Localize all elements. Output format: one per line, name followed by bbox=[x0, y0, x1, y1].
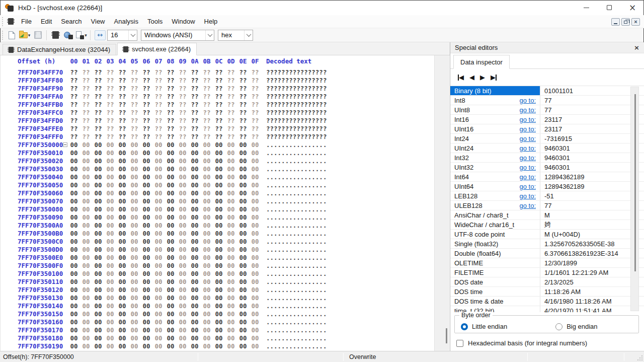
hex-byte[interactable]: 00 bbox=[82, 197, 90, 205]
menu-item-help[interactable]: Help bbox=[200, 16, 222, 27]
menu-item-view[interactable]: View bbox=[87, 16, 110, 27]
hex-byte[interactable]: 00 bbox=[142, 230, 150, 238]
hex-byte[interactable]: 00 bbox=[179, 189, 187, 197]
hex-byte[interactable]: ?? bbox=[70, 77, 78, 85]
hex-byte[interactable]: 00 bbox=[167, 238, 175, 246]
hex-byte[interactable]: ?? bbox=[94, 117, 102, 125]
hex-byte[interactable]: ?? bbox=[239, 68, 247, 77]
hex-byte[interactable]: 00 bbox=[215, 181, 223, 189]
goto-link[interactable]: go to: bbox=[519, 154, 536, 162]
hex-byte[interactable]: 00 bbox=[227, 302, 235, 310]
hex-byte[interactable]: 00 bbox=[227, 205, 235, 213]
hex-byte[interactable]: ?? bbox=[82, 93, 90, 101]
hex-byte[interactable]: 00 bbox=[191, 278, 199, 286]
hex-byte[interactable]: 00 bbox=[179, 286, 187, 294]
hex-byte[interactable]: ?? bbox=[191, 117, 199, 125]
hex-byte[interactable]: 00 bbox=[251, 141, 259, 149]
hex-byte[interactable]: 00 bbox=[82, 149, 90, 157]
hex-byte[interactable]: ?? bbox=[179, 133, 187, 141]
hex-byte[interactable]: 00 bbox=[239, 334, 247, 342]
decoded-text[interactable]: ???????????????? bbox=[266, 117, 327, 124]
hex-byte[interactable]: ?? bbox=[239, 125, 247, 133]
hex-byte[interactable]: 00 bbox=[154, 334, 163, 342]
goto-link[interactable]: go to: bbox=[519, 173, 536, 181]
hex-byte[interactable]: 00 bbox=[130, 165, 138, 173]
hex-byte[interactable]: 00 bbox=[106, 213, 114, 222]
hex-byte[interactable]: 00 bbox=[106, 310, 114, 318]
hex-byte[interactable]: 00 bbox=[142, 197, 150, 205]
hex-byte[interactable]: 00 bbox=[70, 270, 78, 278]
hex-byte[interactable]: 00 bbox=[203, 165, 211, 173]
goto-link[interactable]: go to: bbox=[519, 135, 536, 142]
hex-byte[interactable]: 00 bbox=[106, 165, 114, 173]
hex-byte[interactable]: 00 bbox=[154, 318, 163, 326]
hex-byte[interactable]: 00 bbox=[251, 310, 259, 318]
decoded-text[interactable]: ................ bbox=[266, 141, 327, 149]
hex-byte[interactable]: 00 bbox=[179, 326, 187, 334]
hex-byte[interactable]: ?? bbox=[227, 109, 235, 117]
hex-byte[interactable]: ?? bbox=[251, 133, 259, 141]
hex-byte[interactable]: ?? bbox=[154, 77, 163, 85]
hex-byte[interactable]: 00 bbox=[215, 278, 223, 286]
hex-byte[interactable]: 00 bbox=[239, 141, 247, 149]
hex-byte[interactable]: 00 bbox=[251, 197, 259, 205]
hex-byte[interactable]: 00 bbox=[179, 318, 187, 326]
hex-byte[interactable]: 00 bbox=[227, 286, 235, 294]
hex-byte[interactable]: 00 bbox=[94, 230, 102, 238]
hex-byte[interactable]: 00 bbox=[118, 149, 126, 157]
hex-byte[interactable]: 00 bbox=[227, 262, 235, 270]
inspector-row[interactable]: DOS time11:18:26 AM bbox=[450, 287, 644, 297]
hex-byte[interactable]: 00 bbox=[94, 262, 102, 270]
tab-data-inspector[interactable]: Data inspector bbox=[453, 55, 510, 69]
hex-byte[interactable]: ?? bbox=[130, 77, 138, 85]
hex-byte[interactable]: 00 bbox=[94, 157, 102, 165]
hex-byte[interactable]: 00 bbox=[167, 262, 175, 270]
hex-byte[interactable]: ?? bbox=[70, 68, 78, 77]
hex-byte[interactable]: ?? bbox=[215, 133, 223, 141]
hex-byte[interactable]: 00 bbox=[70, 342, 78, 350]
hex-byte[interactable]: 00 bbox=[94, 318, 102, 326]
inspector-row[interactable]: DOS date2/13/2025 bbox=[450, 277, 644, 287]
hex-byte[interactable]: ?? bbox=[179, 85, 187, 93]
hex-byte[interactable]: ?? bbox=[191, 68, 199, 77]
decoded-text[interactable]: ................ bbox=[266, 270, 327, 277]
menu-item-edit[interactable]: Edit bbox=[36, 16, 56, 27]
hex-byte[interactable]: 00 bbox=[82, 141, 90, 149]
hex-byte[interactable]: ?? bbox=[130, 93, 138, 101]
hex-byte[interactable]: 00 bbox=[154, 270, 163, 278]
hex-byte[interactable]: ?? bbox=[82, 77, 90, 85]
hex-byte[interactable]: 00 bbox=[94, 326, 102, 334]
hex-byte[interactable]: 00 bbox=[215, 213, 223, 222]
decoded-text[interactable]: ???????????????? bbox=[266, 101, 327, 108]
base-select[interactable]: hex bbox=[218, 30, 253, 41]
hex-byte[interactable]: ?? bbox=[94, 93, 102, 101]
hex-byte[interactable]: 00 bbox=[142, 294, 150, 302]
hex-byte[interactable]: ?? bbox=[142, 68, 150, 77]
hex-byte[interactable]: 00 bbox=[239, 181, 247, 189]
hex-byte[interactable]: 00 bbox=[82, 213, 90, 222]
hex-byte[interactable]: 00 bbox=[215, 230, 223, 238]
bytes-per-row-arrow[interactable] bbox=[128, 30, 137, 40]
inspector-value[interactable]: 4/16/1980 11:18:26 AM bbox=[540, 297, 644, 306]
hex-byte[interactable]: 00 bbox=[167, 254, 175, 262]
hex-byte[interactable]: 00 bbox=[239, 149, 247, 157]
hex-byte[interactable]: 00 bbox=[227, 222, 235, 230]
hex-byte[interactable]: ?? bbox=[106, 77, 114, 85]
hex-byte[interactable]: ?? bbox=[130, 68, 138, 77]
hex-byte[interactable]: 00 bbox=[167, 149, 175, 157]
hex-byte[interactable]: 00 bbox=[82, 230, 90, 238]
hex-byte[interactable]: 00 bbox=[70, 278, 78, 286]
hex-byte[interactable]: 00 bbox=[191, 149, 199, 157]
inspector-row[interactable]: Single (float32)1.32567052633505E-38 bbox=[450, 239, 644, 249]
hex-byte[interactable]: ?? bbox=[70, 125, 78, 133]
hex-byte[interactable]: ?? bbox=[227, 117, 235, 125]
hex-byte[interactable]: 00 bbox=[203, 141, 211, 149]
hex-byte[interactable]: 00 bbox=[227, 310, 235, 318]
hex-byte[interactable]: ?? bbox=[251, 101, 259, 109]
hex-byte[interactable]: 00 bbox=[70, 149, 78, 157]
hex-byte[interactable]: ?? bbox=[118, 68, 126, 77]
hex-byte[interactable]: 00 bbox=[191, 246, 199, 254]
hex-byte[interactable]: ?? bbox=[106, 133, 114, 141]
hex-byte[interactable]: 00 bbox=[215, 141, 223, 149]
hex-byte[interactable]: 00 bbox=[70, 286, 78, 294]
